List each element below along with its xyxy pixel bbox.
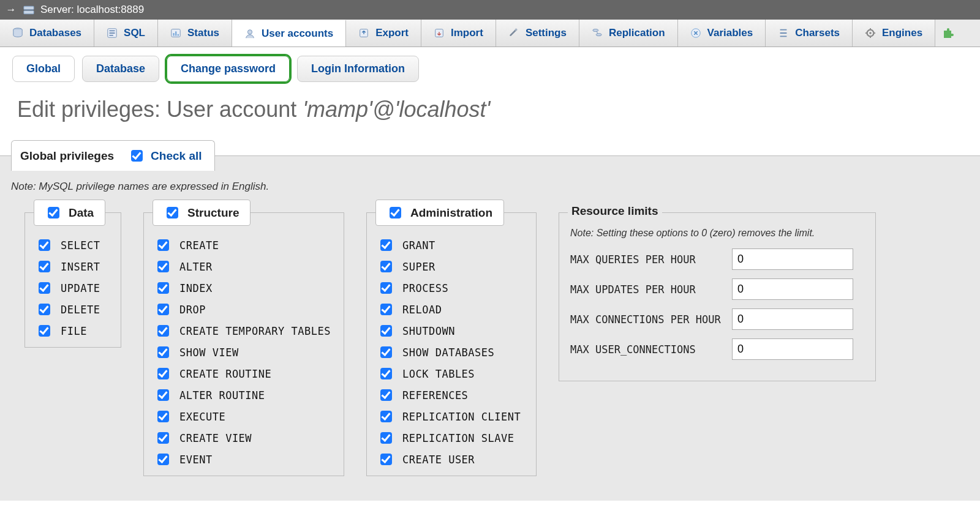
priv-structure-create-view[interactable]: CREATE VIEW: [155, 430, 333, 446]
priv-structure-create-routine[interactable]: CREATE ROUTINE: [155, 366, 333, 381]
priv-data-delete[interactable]: DELETE: [36, 302, 110, 317]
tab-sql[interactable]: SQL: [94, 20, 158, 47]
priv-checkbox[interactable]: [39, 304, 50, 315]
priv-checkbox[interactable]: [39, 282, 50, 294]
priv-label: CREATE USER: [402, 454, 475, 466]
priv-structure-show-view[interactable]: SHOW VIEW: [155, 345, 333, 360]
priv-checkbox[interactable]: [157, 411, 169, 422]
subtab-database[interactable]: Database: [82, 56, 159, 82]
priv-checkbox[interactable]: [39, 261, 50, 272]
priv-label: SHOW DATABASES: [402, 346, 494, 359]
subtab-global[interactable]: Global: [12, 56, 75, 82]
priv-administration-grant[interactable]: GRANT: [378, 237, 525, 253]
tab-user-accounts-label: User accounts: [262, 28, 333, 40]
priv-checkbox[interactable]: [380, 304, 392, 315]
priv-checkbox[interactable]: [157, 454, 169, 465]
priv-checkbox[interactable]: [380, 346, 392, 358]
legend-structure-checkbox[interactable]: [167, 207, 178, 219]
resource-input-max-updates-per-hour[interactable]: [732, 278, 853, 300]
priv-data-update[interactable]: UPDATE: [36, 280, 110, 296]
priv-checkbox[interactable]: [157, 325, 169, 337]
priv-checkbox[interactable]: [157, 389, 169, 401]
priv-structure-event[interactable]: EVENT: [155, 452, 333, 467]
priv-label: EVENT: [179, 454, 213, 466]
priv-checkbox[interactable]: [380, 368, 392, 379]
legend-data[interactable]: Data: [34, 200, 105, 226]
priv-checkbox[interactable]: [380, 325, 392, 337]
priv-checkbox[interactable]: [157, 346, 169, 358]
legend-structure[interactable]: Structure: [153, 200, 251, 226]
priv-checkbox[interactable]: [157, 282, 169, 294]
legend-administration-checkbox[interactable]: [390, 207, 401, 219]
priv-structure-create-temporary-tables[interactable]: CREATE TEMPORARY TABLES: [155, 323, 333, 338]
charsets-icon: [778, 28, 789, 39]
priv-label: ALTER: [179, 261, 213, 273]
resource-input-max-queries-per-hour[interactable]: [732, 248, 853, 270]
svg-rect-1: [24, 10, 34, 13]
tab-import-label: Import: [451, 27, 483, 39]
tab-variables[interactable]: Variables: [678, 20, 766, 47]
priv-checkbox[interactable]: [380, 239, 392, 251]
tab-status[interactable]: Status: [158, 20, 232, 47]
resource-input-max-user-connections[interactable]: [732, 338, 853, 360]
nav-arrow-icon[interactable]: →: [5, 4, 17, 16]
resource-label: MAX QUERIES PER HOUR: [570, 253, 723, 266]
tab-import[interactable]: Import: [421, 20, 496, 47]
priv-structure-alter[interactable]: ALTER: [155, 259, 333, 274]
tab-user-accounts[interactable]: User accounts: [232, 20, 346, 47]
priv-administration-lock-tables[interactable]: LOCK TABLES: [378, 366, 525, 381]
priv-administration-replication-client[interactable]: REPLICATION CLIENT: [378, 409, 525, 424]
tab-replication-label: Replication: [609, 27, 665, 39]
priv-checkbox[interactable]: [380, 454, 392, 465]
tab-export-label: Export: [375, 27, 409, 39]
tab-export[interactable]: Export: [346, 20, 421, 47]
priv-administration-show-databases[interactable]: SHOW DATABASES: [378, 345, 525, 360]
tab-databases[interactable]: Databases: [0, 20, 94, 47]
check-all[interactable]: Check all: [129, 148, 202, 163]
resource-label: MAX CONNECTIONS PER HOUR: [570, 313, 723, 326]
plugins-icon[interactable]: [935, 20, 960, 47]
subtab-row: Global Database Change password Login In…: [0, 47, 980, 87]
priv-administration-shutdown[interactable]: SHUTDOWN: [378, 323, 525, 338]
priv-structure-execute[interactable]: EXECUTE: [155, 409, 333, 424]
subtab-change-password[interactable]: Change password: [167, 56, 290, 82]
priv-checkbox[interactable]: [380, 282, 392, 294]
priv-checkbox[interactable]: [157, 432, 169, 444]
tab-engines[interactable]: Engines: [853, 20, 935, 47]
tab-replication[interactable]: Replication: [579, 20, 678, 47]
priv-structure-alter-routine[interactable]: ALTER ROUTINE: [155, 387, 333, 403]
priv-administration-reload[interactable]: RELOAD: [378, 302, 525, 317]
export-icon: [358, 28, 369, 39]
priv-data-insert[interactable]: INSERT: [36, 259, 110, 274]
priv-label: ALTER ROUTINE: [179, 389, 265, 402]
priv-data-select[interactable]: SELECT: [36, 237, 110, 253]
tab-settings[interactable]: Settings: [496, 20, 579, 47]
subtab-login-information[interactable]: Login Information: [297, 56, 419, 82]
priv-administration-process[interactable]: PROCESS: [378, 280, 525, 296]
priv-structure-create[interactable]: CREATE: [155, 237, 333, 253]
priv-checkbox[interactable]: [380, 432, 392, 444]
legend-administration[interactable]: Administration: [375, 200, 504, 226]
priv-structure-index[interactable]: INDEX: [155, 280, 333, 296]
priv-administration-replication-slave[interactable]: REPLICATION SLAVE: [378, 430, 525, 446]
legend-data-checkbox[interactable]: [48, 207, 59, 219]
priv-checkbox[interactable]: [39, 325, 50, 337]
priv-administration-super[interactable]: SUPER: [378, 259, 525, 274]
priv-checkbox[interactable]: [157, 261, 169, 272]
priv-administration-create-user[interactable]: CREATE USER: [378, 452, 525, 467]
resource-input-max-connections-per-hour[interactable]: [732, 308, 853, 330]
svg-rect-0: [24, 6, 34, 9]
tab-charsets[interactable]: Charsets: [766, 20, 853, 47]
priv-checkbox[interactable]: [380, 389, 392, 401]
priv-checkbox[interactable]: [157, 304, 169, 315]
priv-checkbox[interactable]: [157, 239, 169, 251]
priv-data-file[interactable]: FILE: [36, 323, 110, 338]
priv-checkbox[interactable]: [380, 411, 392, 422]
resource-label: MAX UPDATES PER HOUR: [570, 283, 723, 296]
priv-checkbox[interactable]: [380, 261, 392, 272]
priv-checkbox[interactable]: [39, 239, 50, 251]
check-all-checkbox[interactable]: [131, 150, 143, 162]
priv-checkbox[interactable]: [157, 368, 169, 379]
priv-administration-references[interactable]: REFERENCES: [378, 387, 525, 403]
priv-structure-drop[interactable]: DROP: [155, 302, 333, 317]
